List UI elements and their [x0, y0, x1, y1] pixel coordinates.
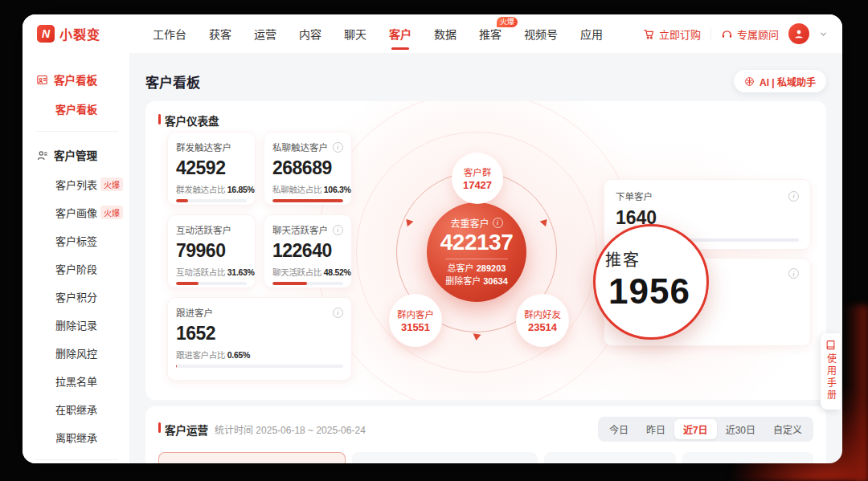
info-icon[interactable]: i	[333, 225, 343, 235]
app-window: N 小裂变 工作台 获客 运营 内容 聊天 客户 数据 推客 火爆 视频号 应用…	[23, 14, 842, 463]
ring-arrow	[472, 333, 481, 340]
hot-badge: 火爆	[100, 206, 123, 219]
ai-assistant-button[interactable]: AI | 私域助手	[734, 70, 826, 92]
metric-card-mass-reach[interactable]: 群发触达客户 42592 群发触达占比 16.85%	[167, 132, 256, 206]
info-icon[interactable]: i	[333, 142, 343, 153]
metric-value: 79960	[176, 240, 247, 262]
metric-card-private-reach[interactable]: 私聊触达客户i 268689 私聊触达占比 106.3%	[264, 132, 352, 206]
info-icon[interactable]: i	[493, 218, 503, 228]
metric-sub-label: 私聊触达占比	[272, 185, 321, 194]
customer-operations-panel: 客户运营 统计时间 2025-06-18 ~ 2025-06-24 今日 昨日 …	[145, 406, 826, 463]
main-content: 客户看板 AI | 私域助手 客户仪表盘 群发触达客户 42592	[129, 53, 842, 463]
tab-followup[interactable]: 跟进客户	[555, 463, 597, 464]
order-now-label: 立即订购	[659, 26, 701, 42]
nav-item-customer[interactable]: 客户	[389, 26, 411, 42]
metric-sub-value: 0.65%	[227, 350, 250, 360]
sidebar-item-customer-board[interactable]: 客户看板	[23, 95, 129, 123]
sidebar-item-customer-list[interactable]: 客户列表 火爆	[23, 170, 129, 198]
bubble-label: 群内客户	[397, 308, 434, 320]
headset-icon	[721, 28, 733, 40]
main-nav: 工作台 获客 运营 内容 聊天 客户 数据 推客 火爆 视频号 应用	[153, 26, 603, 42]
user-manual-button[interactable]: 使用手册	[821, 333, 841, 410]
sidebar-item-delete-records[interactable]: 删除记录	[23, 311, 129, 339]
metric-label: 互动活跃客户	[176, 223, 231, 236]
info-icon[interactable]: i	[788, 268, 799, 279]
metric-sub-value: 16.85%	[227, 185, 255, 194]
operations-tab-row: 群发触达客户 私聊触达客户 i 互动活跃客户 聊天活跃客户 i 跟进客户 i	[158, 452, 813, 463]
tab-deleted[interactable]: 删除客户	[694, 463, 735, 464]
bubble-value: 31551	[401, 321, 430, 333]
progress-track	[272, 282, 343, 285]
filter-last30days[interactable]: 近30日	[717, 419, 764, 439]
metric-value: 1652	[176, 323, 343, 344]
sidebar-item-delete-risk[interactable]: 删除风控	[23, 339, 129, 367]
advisor-button[interactable]: 专属顾问	[721, 26, 779, 42]
brand-logo-text: 小裂变	[59, 24, 100, 43]
customer-dashboard-panel: 客户仪表盘 群发触达客户 42592 群发触达占比 16.85% 私聊触达客户i	[145, 101, 826, 400]
metric-value: 122640	[272, 240, 343, 262]
bubble-in-group-customers[interactable]: 群内客户 31551	[389, 294, 442, 347]
metric-card-interactive-active[interactable]: 互动活跃客户 79960 互动活跃占比 31.63%	[167, 214, 256, 288]
divider	[710, 28, 711, 39]
magnifier-label: 推客	[605, 247, 641, 271]
metric-label: 群发触达客户	[176, 141, 231, 153]
brand-logo[interactable]: N 小裂变	[37, 24, 132, 43]
filter-last7days[interactable]: 近7日	[674, 419, 717, 439]
sidebar-item-label: 客户画像	[55, 205, 97, 220]
book-icon	[825, 340, 836, 350]
metric-label: 聊天活跃客户	[272, 223, 328, 236]
metric-card-followup[interactable]: 跟进客户i 1652 跟进客户占比 0.65%	[167, 297, 352, 381]
user-avatar[interactable]	[788, 23, 809, 44]
sidebar-item-blacklist[interactable]: 拉黑名单	[23, 367, 129, 395]
tab-group-deleted: 删除客户 i	[682, 452, 813, 463]
bubble-in-group-friends[interactable]: 群内好友 23514	[516, 294, 569, 347]
sidebar-item-customer-stage[interactable]: 客户阶段	[23, 255, 129, 283]
nav-item-data[interactable]: 数据	[434, 26, 457, 42]
tab-interactive-active[interactable]: 互动活跃客户	[363, 463, 426, 464]
filter-custom[interactable]: 自定义	[764, 419, 811, 439]
metric-sub-label: 互动活跃占比	[176, 267, 225, 277]
dedup-customer-circle[interactable]: 去重客户 i 422137 总客户 289203 删除客户 30634	[427, 202, 526, 302]
metric-sub-label: 聊天活跃占比	[272, 267, 321, 277]
sidebar-section-customer-mgmt[interactable]: 客户管理	[23, 140, 129, 170]
progress-track	[176, 282, 247, 285]
sidebar-section-dashboard[interactable]: 客户看板	[23, 64, 129, 95]
operations-section-title: 客户运营	[158, 422, 208, 438]
metric-sub-label: 跟进客户占比	[176, 350, 225, 360]
user-manual-label: 使用手册	[826, 353, 836, 402]
info-icon[interactable]: i	[333, 308, 343, 318]
chevron-down-icon[interactable]	[819, 30, 828, 39]
stats-time-range: 2025-06-18 ~ 2025-06-24	[256, 425, 365, 436]
divider	[36, 459, 118, 460]
nav-item-tuike[interactable]: 推客 火爆	[479, 26, 502, 42]
progress-fill	[176, 199, 188, 202]
nav-item-chat[interactable]: 聊天	[344, 26, 366, 42]
info-icon[interactable]: i	[788, 191, 799, 202]
sidebar-item-customer-points[interactable]: 客户积分	[23, 283, 129, 311]
filter-yesterday[interactable]: 昨日	[637, 419, 674, 439]
progress-fill	[272, 282, 307, 285]
nav-item-acquisition[interactable]: 获客	[209, 26, 231, 42]
nav-item-operations[interactable]: 运营	[254, 26, 276, 42]
stats-time-label: 统计时间	[215, 425, 253, 436]
sidebar-item-customer-tags[interactable]: 客户标签	[23, 226, 129, 255]
dedup-label: 去重客户	[450, 216, 489, 230]
nav-item-workbench[interactable]: 工作台	[153, 26, 186, 42]
tab-chat-active[interactable]: 聊天活跃客户	[448, 463, 511, 464]
order-now-button[interactable]: 立即订购	[643, 26, 701, 42]
nav-item-apps[interactable]: 应用	[580, 26, 603, 42]
filter-today[interactable]: 今日	[600, 419, 637, 439]
metric-card-chat-active[interactable]: 聊天活跃客户i 122640 聊天活跃占比 48.52%	[264, 214, 352, 288]
sidebar-item-resign-transfer[interactable]: 离职继承	[23, 423, 129, 451]
sidebar-item-customer-portrait[interactable]: 客户画像 火爆	[23, 198, 129, 226]
nav-item-content[interactable]: 内容	[299, 26, 321, 42]
metric-label: 跟进客户	[176, 306, 213, 319]
progress-track	[176, 199, 247, 202]
bubble-customer-groups[interactable]: 客户群 17427	[452, 153, 503, 204]
progress-fill	[176, 282, 199, 285]
bubble-label: 客户群	[464, 165, 492, 178]
dedup-value: 422137	[440, 230, 513, 255]
sidebar-item-onjob-transfer[interactable]: 在职继承	[23, 395, 129, 423]
sidebar-section-customer-mgmt-label: 客户管理	[54, 147, 97, 163]
nav-item-video[interactable]: 视频号	[524, 26, 558, 42]
